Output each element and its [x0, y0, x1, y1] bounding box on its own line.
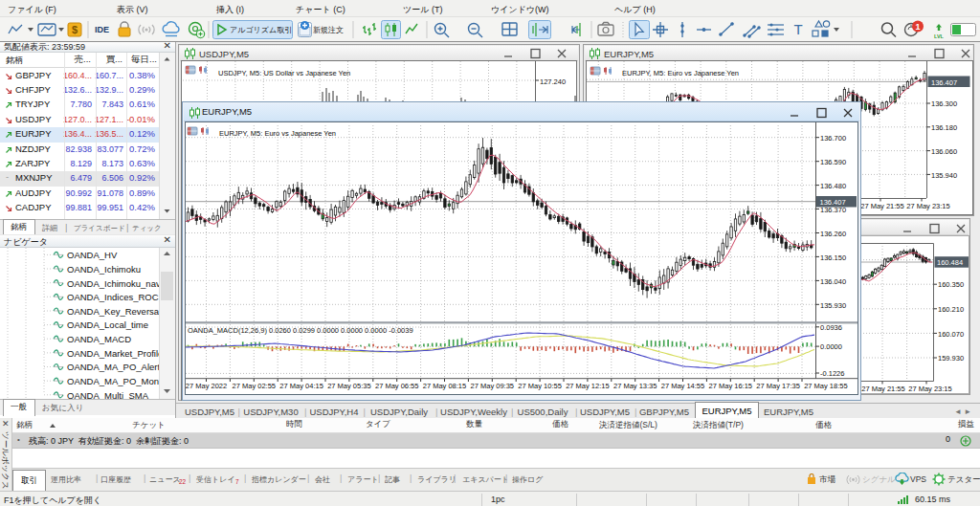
svg-text:OANDA_MACD(12,26,9) 0.0260 0.0: OANDA_MACD(12,26,9) 0.0260 0.0299 0.0000… — [188, 326, 413, 335]
svg-text:OANDA_MACD: OANDA_MACD — [67, 334, 131, 344]
svg-text:27 May 09:35: 27 May 09:35 — [471, 382, 514, 390]
svg-text:136.260: 136.260 — [820, 230, 846, 238]
svg-text:IDE: IDE — [95, 25, 109, 34]
svg-text:0.0000: 0.0000 — [820, 342, 842, 351]
svg-text:27 May 02:55: 27 May 02:55 — [233, 382, 276, 390]
svg-text:EURJPY, M5: Euro vs Japanese: EURJPY, M5: Euro vs Japanese Yen — [622, 69, 739, 77]
svg-text:27 May 23:15: 27 May 23:15 — [906, 202, 949, 210]
svg-text:0.0936: 0.0936 — [820, 323, 842, 332]
svg-text:EURJPY, M5: Euro vs Japanese: EURJPY, M5: Euro vs Japanese Yen — [219, 129, 336, 138]
svg-text:1: 1 — [915, 22, 920, 32]
svg-text:136.700: 136.700 — [820, 134, 846, 143]
svg-text:LVL: LVL — [934, 33, 945, 39]
svg-text:27 May 08:15: 27 May 08:15 — [423, 382, 466, 390]
svg-text:159.930: 159.930 — [938, 354, 964, 363]
svg-text:27 May 16:15: 27 May 16:15 — [709, 382, 752, 390]
svg-text:OANDA_Ichimoku: OANDA_Ichimoku — [67, 264, 141, 275]
svg-text:160.484: 160.484 — [937, 258, 963, 267]
svg-text:160.350: 160.350 — [938, 280, 964, 289]
svg-text:27 May 21:55: 27 May 21:55 — [861, 385, 904, 393]
svg-text:27 May 21:55: 27 May 21:55 — [860, 202, 903, 210]
svg-text:USDJPY, M5: US Dollar vs Japa: USDJPY, M5: US Dollar vs Japanese Yen — [218, 69, 350, 77]
svg-text:OANDA_MA_PO_Monito: OANDA_MA_PO_Monito — [67, 376, 159, 386]
svg-text:135.930: 135.930 — [820, 301, 846, 310]
svg-text:27 May 18:55: 27 May 18:55 — [804, 382, 847, 390]
svg-text:OANDA_Key_Reversal: OANDA_Key_Reversal — [67, 306, 159, 317]
svg-text:160.210: 160.210 — [938, 305, 964, 314]
svg-text:27 May 12:15: 27 May 12:15 — [566, 382, 609, 390]
svg-text:136.180: 136.180 — [931, 123, 957, 132]
svg-text:136.150: 136.150 — [820, 253, 846, 262]
svg-text:OANDA_Ichimoku_navi: OANDA_Ichimoku_navi — [67, 278, 159, 289]
svg-text:136.407: 136.407 — [931, 78, 957, 87]
svg-text:OANDA_MA_PO_Alert: OANDA_MA_PO_Alert — [67, 362, 159, 372]
svg-text:27 May 23:15: 27 May 23:15 — [908, 385, 951, 393]
svg-text:OANDA_Indices_ROC: OANDA_Indices_ROC — [67, 292, 159, 302]
svg-text:127.240: 127.240 — [540, 77, 566, 86]
svg-text:27 May 06:55: 27 May 06:55 — [375, 382, 418, 390]
svg-text:OANDA_Local_time: OANDA_Local_time — [67, 319, 148, 330]
svg-text:OANDA_HV: OANDA_HV — [67, 250, 118, 260]
svg-text:OANDA_Multi_SMA: OANDA_Multi_SMA — [67, 390, 149, 399]
svg-text:136.480: 136.480 — [820, 182, 846, 190]
svg-text:136.040: 136.040 — [820, 277, 846, 286]
svg-text:T: T — [793, 21, 802, 37]
svg-text:136.590: 136.590 — [820, 158, 846, 166]
svg-text:27 May 17:35: 27 May 17:35 — [756, 382, 799, 390]
svg-text:OANDA_Market_Profile: OANDA_Market_Profile — [67, 348, 159, 359]
svg-text:27 May 05:35: 27 May 05:35 — [327, 382, 370, 390]
svg-text:27 May 2022: 27 May 2022 — [186, 382, 227, 390]
svg-text:135.940: 135.940 — [931, 171, 957, 180]
svg-text:-0.1226: -0.1226 — [820, 369, 844, 378]
svg-text:27 May 10:55: 27 May 10:55 — [518, 382, 561, 390]
svg-text:136.060: 136.060 — [931, 147, 957, 156]
svg-text:136.300: 136.300 — [931, 99, 957, 108]
svg-text:27 May 14:55: 27 May 14:55 — [661, 382, 704, 390]
svg-text:160.070: 160.070 — [938, 330, 964, 339]
svg-text:27 May 13:35: 27 May 13:35 — [613, 382, 657, 390]
svg-text:$: $ — [72, 24, 78, 35]
svg-text:27 May 04:15: 27 May 04:15 — [279, 382, 323, 390]
svg-text:136.407: 136.407 — [820, 198, 846, 207]
